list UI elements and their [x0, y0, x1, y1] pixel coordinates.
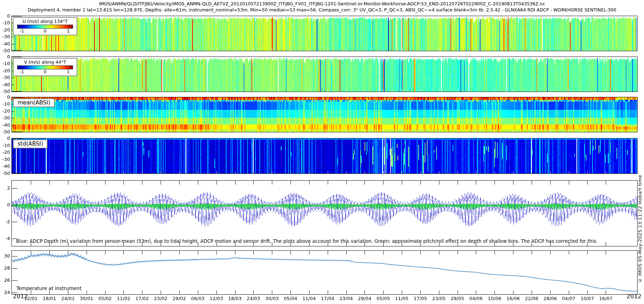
panel-v-velocity: V (m/s) along 44°T -1 0 1 [12, 57, 637, 92]
x-tick-label: 29/05 [451, 296, 464, 301]
colorbar-tick: 0 [44, 69, 47, 74]
y-tick-label: -50 [0, 129, 10, 134]
v-legend-title: V (m/s) along 44°T [15, 59, 75, 65]
u-velocity-heatmap [12, 16, 637, 51]
y-tick-label: 0 [0, 54, 10, 59]
panel-temperature: Temperature at instrument [12, 251, 637, 294]
figure-subtitle: Deployment 4, member 1 lat=13.61S lon=12… [0, 7, 644, 13]
x-tick-label: 04/07 [562, 296, 575, 301]
jet-colorbar [17, 65, 73, 69]
temperature-label: Temperature at instrument [16, 285, 82, 291]
y-tick-label: 24 [0, 290, 10, 295]
depth-caption: Blue: ADCP Depth (m) variation from sens… [16, 239, 597, 244]
x-tick-label: 12/01 [24, 296, 38, 301]
x-tick-label: 17/05 [414, 296, 427, 301]
x-tick-label: 11/02 [117, 296, 130, 301]
x-tick-label: 23/02 [154, 296, 167, 301]
x-tick-label: 24/01 [61, 296, 74, 301]
x-tick-label: 28/06 [543, 296, 557, 301]
mean-absi-label: mean(ABSI) [13, 98, 55, 107]
y-tick-label: -20 [0, 149, 10, 155]
y-tick-label: 0 [0, 202, 10, 207]
colorbar-tick-labels: -1 0 1 [15, 29, 75, 34]
std-absi-heatmap [12, 138, 637, 173]
std-absi-label: std(ABSI) [13, 139, 48, 148]
depth-variation-plot [12, 181, 637, 246]
x-tick-label: 18/03 [228, 296, 241, 301]
y-tick-label: 28 [0, 265, 10, 271]
x-tick-label: 18/01 [43, 296, 56, 301]
colorbar-tick: -1 [20, 69, 24, 74]
y-tick-label: 0 [0, 13, 10, 19]
y-tick-label: -40 [0, 41, 10, 46]
x-tick-label: 04/06 [469, 296, 483, 301]
y-tick-label: 0 [0, 136, 10, 141]
y-tick-label: -20 [0, 68, 10, 73]
x-tick-label: 30/01 [80, 296, 93, 301]
mean-absi-heatmap [12, 97, 637, 132]
y-tick-label: -4 [0, 236, 10, 241]
panel-u-velocity: U (m/s) along 134°T -1 0 1 [12, 16, 637, 51]
panel-std-absi: std(ABSI) [12, 138, 637, 173]
x-axis-year-right: 2012 [626, 293, 641, 300]
figure-title: IMOS/ANMN/QLD/ITFJBG/Velocity/IMOS_ANMN-… [0, 1, 644, 6]
v-velocity-heatmap [12, 57, 637, 92]
x-tick-label: 12/03 [210, 296, 223, 301]
y-tick-label: -40 [0, 163, 10, 169]
x-tick-label: 10/07 [581, 296, 594, 301]
y-tick-label: -30 [0, 115, 10, 121]
y-tick-label: -20 [0, 108, 10, 114]
x-tick-label: 22/06 [525, 296, 538, 301]
y-tick-label: -10 [0, 20, 10, 25]
y-tick-label: -30 [0, 75, 10, 80]
y-tick-label: -40 [0, 122, 10, 128]
u-legend-title: U (m/s) along 134°T [15, 19, 75, 24]
x-tick-label: 16/07 [599, 296, 613, 301]
u-colorbar-legend: U (m/s) along 134°T -1 0 1 [13, 17, 77, 35]
x-tick-label: 16/06 [506, 296, 519, 301]
temperature-plot [12, 251, 637, 294]
y-tick-label: 2 [0, 185, 10, 191]
x-tick-label: 11/05 [395, 296, 408, 301]
x-tick-label: 29/02 [172, 296, 186, 301]
x-tick-label: 05/04 [284, 296, 297, 301]
colorbar-tick: 1 [67, 69, 70, 74]
colorbar-tick: 0 [44, 29, 47, 34]
y-tick-label: -2 [0, 219, 10, 224]
x-tick-label: 23/04 [340, 296, 353, 301]
x-tick-label: 30/03 [265, 296, 278, 301]
x-tick-label: 05/02 [98, 296, 112, 301]
y-tick-label: -30 [0, 34, 10, 39]
x-tick-label: 10/06 [488, 296, 501, 301]
colorbar-tick-labels: -1 0 1 [15, 69, 75, 75]
y-tick-label: -50 [0, 171, 10, 176]
y-tick-label: 0 [0, 94, 10, 100]
x-tick-label: 23/05 [432, 296, 445, 301]
y-tick-label: -30 [0, 157, 10, 162]
y-tick-label: -20 [0, 27, 10, 33]
y-tick-label: 30 [0, 253, 10, 259]
colorbar-tick: -1 [20, 29, 24, 34]
panel-mean-absi: mean(ABSI) [12, 97, 637, 132]
figure-root: IMOS/ANMN/QLD/ITFJBG/Velocity/IMOS_ANMN-… [0, 0, 644, 304]
x-tick-label: 05/05 [376, 296, 390, 301]
x-tick-label: 11/04 [302, 296, 316, 301]
jet-colorbar [17, 25, 73, 29]
x-tick-label: 17/02 [136, 296, 149, 301]
y-tick-label: -40 [0, 82, 10, 87]
x-tick-label: 24/03 [247, 296, 260, 301]
x-tick-label: 17/04 [321, 296, 334, 301]
y-tick-label: -10 [0, 101, 10, 107]
y-tick-label: -50 [0, 48, 10, 53]
panel-depth-variation: Blue: ADCP Depth (m) variation from sens… [12, 181, 637, 246]
y-tick-label: 26 [0, 278, 10, 283]
imos-watermark: © IMOS 05-May-2025 13:11:22 Hobart time [637, 175, 643, 283]
colorbar-tick: 1 [67, 29, 70, 34]
y-tick-label: -10 [0, 143, 10, 148]
v-colorbar-legend: V (m/s) along 44°T -1 0 1 [13, 58, 77, 76]
y-tick-label: -10 [0, 61, 10, 66]
y-tick-label: -50 [0, 89, 10, 94]
x-tick-label: 06/03 [191, 296, 204, 301]
x-tick-label: 29/04 [358, 296, 371, 301]
